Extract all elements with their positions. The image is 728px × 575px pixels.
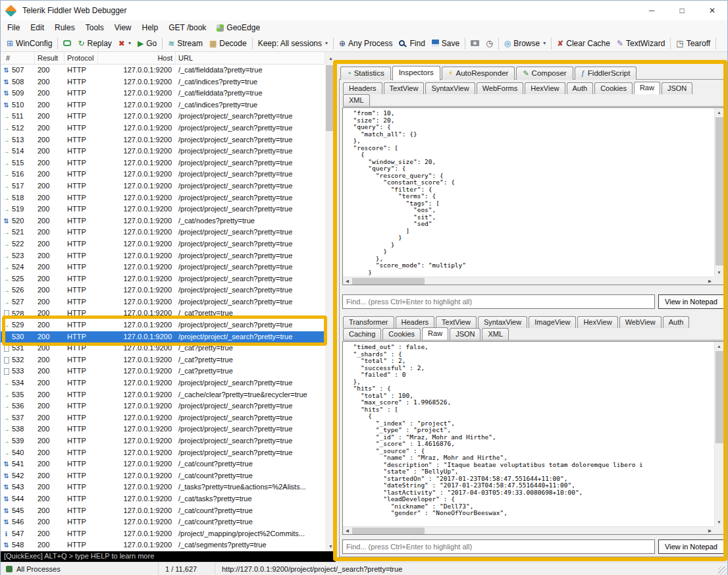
menu-item-get-book[interactable]: GET /book: [163, 22, 211, 34]
session-row-522[interactable]: →522200HTTP127.0.0.1:9200/project/projec…: [1, 238, 325, 250]
session-row-524[interactable]: →524200HTTP127.0.0.1:9200/project/projec…: [1, 261, 325, 273]
session-row-538[interactable]: →538200HTTP127.0.0.1:9200/project/projec…: [1, 424, 325, 435]
decode-button[interactable]: ▦Decode: [206, 38, 250, 49]
tab-raw[interactable]: Raw: [422, 327, 448, 340]
response-raw-view[interactable]: "timed_out" : false, "_shards" : { "tota…: [342, 341, 724, 535]
session-row-547[interactable]: ℹ547200HTTP127.0.0.1:9200/project/_mappi…: [1, 528, 325, 540]
find-button[interactable]: Find: [396, 38, 428, 49]
tearoff-button[interactable]: ◳Tearoff: [673, 38, 714, 49]
request-raw-view[interactable]: "from": 10, "size": 20, "query": { "matc…: [342, 107, 724, 285]
session-row-511[interactable]: →511200HTTP127.0.0.1:9200/project/projec…: [1, 111, 325, 123]
tab-webview[interactable]: WebView: [619, 316, 662, 328]
tab-inspectors[interactable]: Inspectors: [392, 66, 440, 80]
scroll-left-icon[interactable]: ◀: [343, 527, 351, 534]
session-row-548[interactable]: ⇅548200HTTP127.0.0.1:9200/_cat/segments?…: [1, 539, 325, 551]
session-row-529[interactable]: →529200HTTP127.0.0.1:9200/project/projec…: [1, 319, 325, 331]
tab-raw[interactable]: Raw: [634, 82, 660, 94]
tab-statistics[interactable]: ◔Statistics: [340, 67, 391, 80]
tab-hexview[interactable]: HexView: [525, 82, 565, 94]
menu-item-edit[interactable]: Edit: [25, 22, 49, 34]
response-find-input[interactable]: [342, 539, 655, 554]
save-button[interactable]: Save: [429, 38, 463, 49]
session-row-519[interactable]: →519200HTTP127.0.0.1:9200/project/projec…: [1, 204, 325, 215]
tab-hexview[interactable]: HexView: [577, 316, 617, 328]
tab-fiddlerscript[interactable]: ƒFiddlerScript: [575, 67, 637, 80]
remove-sessions-button[interactable]: ✖▾: [115, 38, 134, 49]
tab-transformer[interactable]: Transformer: [343, 316, 394, 328]
tab-cookies[interactable]: Cookies: [382, 328, 421, 340]
menu-item-tools[interactable]: Tools: [80, 22, 109, 34]
session-row-515[interactable]: →515200HTTP127.0.0.1:9200/project/projec…: [1, 157, 325, 169]
menu-item-rules[interactable]: Rules: [49, 22, 80, 34]
scroll-down-icon[interactable]: ▼: [715, 268, 723, 277]
tab-webforms[interactable]: WebForms: [477, 82, 524, 94]
session-row-534[interactable]: →534200HTTP127.0.0.1:9200/project/projec…: [1, 377, 325, 389]
session-row-508[interactable]: ⇅508200HTTP127.0.0.1:9200/_cat/indices?p…: [1, 76, 325, 88]
scroll-left-icon[interactable]: ◀: [343, 277, 351, 285]
tab-json[interactable]: JSON: [450, 328, 481, 340]
session-row-520[interactable]: ⇅520200HTTP127.0.0.1:9200/_cat/nodes?pre…: [1, 215, 325, 227]
session-row-526[interactable]: →526200HTTP127.0.0.1:9200/project/projec…: [1, 285, 325, 296]
tab-auth[interactable]: Auth: [663, 316, 690, 328]
session-row-510[interactable]: ⇅510200HTTP127.0.0.1:9200/_cat/indices?p…: [1, 99, 325, 111]
tab-autoresponder[interactable]: ⚡AutoResponder: [442, 67, 515, 80]
session-row-528[interactable]: 528200HTTP127.0.0.1:9200/_cat?pretty=tru…: [1, 308, 325, 319]
column-header-protocol[interactable]: Protocol: [65, 52, 98, 64]
session-row-523[interactable]: →523200HTTP127.0.0.1:9200/project/projec…: [1, 250, 325, 262]
session-row-535[interactable]: →535200HTTP127.0.0.1:9200/_cache/clear?p…: [1, 389, 325, 401]
tab-syntaxview[interactable]: SyntaxView: [425, 82, 475, 94]
scroll-down-icon[interactable]: ▼: [325, 541, 336, 551]
capture-toggle[interactable]: All Processes: [1, 562, 159, 575]
session-row-514[interactable]: →514200HTTP127.0.0.1:9200/project/projec…: [1, 146, 325, 157]
session-row-539[interactable]: →539200HTTP127.0.0.1:9200/project/projec…: [1, 435, 325, 447]
tab-textview[interactable]: TextView: [384, 82, 425, 94]
maximize-button[interactable]: □: [667, 1, 697, 20]
browse-button[interactable]: ◎Browse▾: [501, 38, 550, 49]
request-horizontal-scrollbar[interactable]: ◀ ▶: [343, 277, 714, 285]
close-button[interactable]: ✕: [697, 1, 727, 20]
session-row-525[interactable]: →525200HTTP127.0.0.1:9200/project/projec…: [1, 273, 325, 285]
session-row-509[interactable]: ⇅509200HTTP127.0.0.1:9200/_cat/fielddata…: [1, 88, 325, 99]
tab-caching[interactable]: Caching: [343, 328, 381, 340]
scroll-right-icon[interactable]: ▶: [706, 527, 714, 534]
menu-item-geoedge[interactable]: GeoEdge: [211, 22, 265, 34]
session-row-516[interactable]: →516200HTTP127.0.0.1:9200/project/projec…: [1, 169, 325, 180]
camera-button[interactable]: [467, 39, 482, 47]
session-row-542[interactable]: ⇅542200HTTP127.0.0.1:9200/_cat/count?pre…: [1, 470, 325, 482]
session-row-507[interactable]: ⇅507200HTTP127.0.0.1:9200/_cat/fielddata…: [1, 65, 325, 76]
scroll-right-icon[interactable]: ▶: [706, 277, 714, 285]
quickexec-bar[interactable]: [QuickExec] ALT+Q > type HELP to learn m…: [1, 551, 336, 562]
column-header-result[interactable]: Result: [35, 52, 65, 64]
menu-item-file[interactable]: File: [2, 22, 25, 34]
tab-composer[interactable]: ✎Composer: [516, 67, 573, 80]
resize-grip[interactable]: [718, 566, 727, 575]
session-row-527[interactable]: →527200HTTP127.0.0.1:9200/project/projec…: [1, 296, 325, 308]
session-row-536[interactable]: →536200HTTP127.0.0.1:9200/project/projec…: [1, 400, 325, 412]
scroll-up-icon[interactable]: ▲: [325, 53, 336, 63]
column-header-host[interactable]: Host: [98, 52, 176, 64]
timer-button[interactable]: ◷: [482, 38, 496, 49]
session-row-546[interactable]: ⇅546200HTTP127.0.0.1:9200/_cat/count?pre…: [1, 516, 325, 528]
column-header-hash[interactable]: #: [1, 52, 35, 64]
session-row-512[interactable]: →512200HTTP127.0.0.1:9200/project/projec…: [1, 123, 325, 134]
request-view-in-notepad-button[interactable]: View in Notepad: [658, 294, 724, 309]
tab-headers[interactable]: Headers: [343, 82, 382, 94]
tab-syntaxview[interactable]: SyntaxView: [478, 316, 527, 328]
stream-button[interactable]: ≋Stream: [165, 38, 206, 49]
session-row-533[interactable]: 533200HTTP127.0.0.1:9200/_cat?pretty=tru…: [1, 366, 325, 377]
scrollbar-thumb[interactable]: [352, 278, 425, 285]
tab-textview[interactable]: TextView: [436, 316, 477, 328]
session-row-532[interactable]: 532200HTTP127.0.0.1:9200/_cat?pretty=tru…: [1, 354, 325, 366]
tab-imageview[interactable]: ImageView: [529, 316, 576, 328]
textwizard-button[interactable]: ✎TextWizard: [613, 38, 668, 49]
scroll-up-icon[interactable]: ▲: [715, 108, 723, 117]
session-row-513[interactable]: →513200HTTP127.0.0.1:9200/project/projec…: [1, 134, 325, 146]
scrollbar-thumb[interactable]: [352, 528, 425, 534]
clear-cache-button[interactable]: ✘Clear Cache: [554, 38, 613, 49]
tab-xml[interactable]: XML: [482, 328, 509, 340]
scrollbar-thumb[interactable]: [715, 117, 723, 265]
scroll-down-icon[interactable]: ▼: [715, 518, 723, 526]
response-vertical-scrollbar[interactable]: ▲ ▼: [714, 342, 723, 526]
column-header-url[interactable]: URL: [176, 52, 325, 64]
session-row-544[interactable]: ⇅544200HTTP127.0.0.1:9200/_cat/tasks?pre…: [1, 493, 325, 505]
